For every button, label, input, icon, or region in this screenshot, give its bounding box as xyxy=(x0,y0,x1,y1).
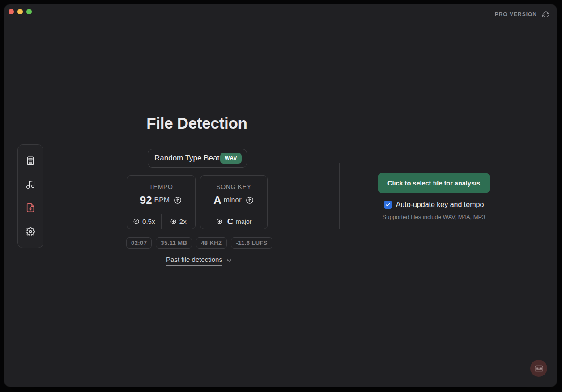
file-select-panel: Click to select file for analysis Auto-u… xyxy=(378,173,490,220)
file-meta-badges: 02:07 35.11 MB 48 KHZ -11.6 LUFS xyxy=(122,237,277,249)
checkmark-icon xyxy=(385,202,391,207)
sidebar-item-music[interactable] xyxy=(23,177,38,192)
tempo-label: TEMPO xyxy=(149,183,173,190)
calculator-icon xyxy=(26,156,35,166)
relative-key-button[interactable]: C major xyxy=(200,214,267,229)
circle-arrow-up-icon xyxy=(133,218,140,225)
keyboard-shortcuts-button[interactable] xyxy=(530,360,547,377)
tempo-value-row: 92 BPM xyxy=(140,194,182,207)
detection-cards: TEMPO 92 BPM 0.5x xyxy=(127,175,268,229)
app-window: PRO VERSION File Detection Random Type B… xyxy=(4,4,557,387)
supported-files-note: Supported files include WAV, M4A, MP3 xyxy=(382,214,485,220)
auto-update-checkbox[interactable] xyxy=(384,201,392,209)
circle-arrow-up-icon[interactable] xyxy=(245,196,254,205)
song-key-card: SONG KEY A minor C major xyxy=(200,175,268,229)
current-file-pill: Random Type Beat WAV xyxy=(148,149,247,168)
sync-icon[interactable] xyxy=(542,11,549,18)
relative-key-scale: major xyxy=(236,218,251,225)
song-key-label: SONG KEY xyxy=(216,183,251,190)
file-name: Random Type Beat xyxy=(154,154,219,163)
tempo-half-button[interactable]: 0.5x xyxy=(127,214,161,229)
chevron-down-icon xyxy=(226,257,233,264)
window-controls xyxy=(9,9,32,14)
song-key-value-row: A minor xyxy=(213,194,254,207)
pro-version-label: PRO VERSION xyxy=(495,11,537,17)
sidebar xyxy=(17,144,43,248)
gear-icon xyxy=(26,227,35,236)
close-button[interactable] xyxy=(9,9,14,14)
sidebar-item-settings[interactable] xyxy=(23,224,38,239)
song-key-note: A xyxy=(213,194,221,207)
auto-update-row: Auto-update key and tempo xyxy=(384,201,484,209)
tempo-unit: BPM xyxy=(154,196,170,204)
file-download-icon xyxy=(26,203,35,213)
zoom-button[interactable] xyxy=(26,9,32,14)
tempo-double-label: 2x xyxy=(179,218,187,225)
tempo-card: TEMPO 92 BPM 0.5x xyxy=(127,175,196,229)
minimize-button[interactable] xyxy=(17,9,23,14)
section-divider xyxy=(339,163,340,229)
duration-badge: 02:07 xyxy=(126,237,152,249)
sidebar-item-calculator[interactable] xyxy=(23,153,38,169)
auto-update-label: Auto-update key and tempo xyxy=(396,201,484,209)
tempo-card-top: TEMPO 92 BPM xyxy=(127,176,195,214)
circle-arrow-up-icon xyxy=(170,218,177,225)
keyboard-icon xyxy=(534,364,544,373)
past-detections-link[interactable]: Past file detections xyxy=(122,256,277,266)
past-detections-label: Past file detections xyxy=(166,256,222,266)
tempo-card-bottom: 0.5x 2x xyxy=(127,214,195,229)
tempo-value: 92 xyxy=(140,194,152,207)
filesize-badge: 35.11 MB xyxy=(156,237,192,249)
tempo-double-button[interactable]: 2x xyxy=(161,214,196,229)
pro-version-area: PRO VERSION xyxy=(495,11,549,18)
song-key-card-bottom: C major xyxy=(200,214,267,229)
select-file-button[interactable]: Click to select file for analysis xyxy=(378,173,490,193)
song-key-scale: minor xyxy=(224,196,242,204)
circle-arrow-up-icon xyxy=(216,218,223,225)
song-key-card-top: SONG KEY A minor xyxy=(200,176,267,214)
page-title: File Detection xyxy=(113,114,281,132)
file-format-badge: WAV xyxy=(220,153,242,164)
circle-arrow-up-icon[interactable] xyxy=(173,196,182,205)
music-note-icon xyxy=(26,180,35,190)
sidebar-item-file-detection[interactable] xyxy=(23,200,38,215)
relative-key-note: C xyxy=(227,217,234,227)
loudness-badge: -11.6 LUFS xyxy=(231,237,272,249)
tempo-half-label: 0.5x xyxy=(142,218,155,225)
samplerate-badge: 48 KHZ xyxy=(196,237,227,249)
